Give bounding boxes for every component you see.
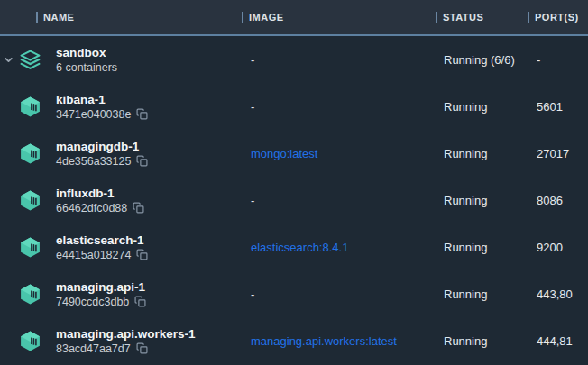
container-box-icon	[18, 95, 41, 118]
ports-cell: 444,81	[528, 334, 588, 348]
container-box-icon	[18, 188, 41, 212]
status-text: Running (6/6)	[444, 53, 515, 67]
image-value: -	[251, 100, 254, 114]
table-row[interactable]: managing.api-1 7490ccdc3dbb - Running 44…	[0, 270, 588, 317]
ports-cell: 443,80	[528, 287, 588, 301]
status-cell: Running	[436, 194, 528, 207]
chevron-down-icon[interactable]	[3, 54, 14, 65]
status-text: Running	[444, 241, 487, 254]
name-cell: managingdb-1 4de356a33125	[0, 139, 242, 169]
status-cell: Running	[436, 147, 528, 160]
table-row[interactable]: kibana-1 3471e040038e - Running 5601	[0, 83, 588, 130]
ports-cell: -	[528, 53, 588, 67]
group-subtext: 6 containers	[56, 60, 117, 75]
image-link[interactable]: managing.api.workers:latest	[251, 334, 397, 348]
column-label: STATUS	[443, 12, 483, 23]
table-row[interactable]: sandbox 6 containers - Running (6/6) -	[0, 36, 588, 83]
copy-icon[interactable]	[136, 108, 148, 120]
column-divider	[528, 12, 529, 23]
image-link[interactable]: mongo:latest	[251, 147, 317, 160]
name-cell: elasticsearch-1 e4415a018274	[0, 233, 242, 262]
ports-text: 5601	[537, 100, 563, 114]
image-cell: managing.api.workers:latest	[242, 334, 436, 348]
container-name: managing.api.workers-1	[56, 326, 196, 342]
container-box-icon	[18, 329, 41, 352]
ports-cell: 5601	[528, 100, 588, 114]
column-header-status[interactable]: STATUS	[436, 12, 528, 23]
container-id: e4415a018274	[56, 248, 131, 262]
container-box-icon	[18, 235, 41, 259]
container-id: 66462dfc0d88	[56, 201, 127, 215]
container-name: elasticsearch-1	[56, 233, 148, 248]
ports-text: 8086	[537, 194, 563, 207]
name-cell: sandbox 6 containers	[0, 45, 242, 75]
copy-icon[interactable]	[133, 202, 144, 214]
containers-table: NAME IMAGE STATUS PORT(S)	[0, 0, 588, 365]
table-row[interactable]: elasticsearch-1 e4415a018274 elasticsear…	[0, 224, 588, 270]
ports-cell: 9200	[528, 241, 588, 254]
table-row[interactable]: managing.api.workers-1 83acd47aa7d7 mana…	[0, 317, 588, 364]
column-label: NAME	[43, 12, 74, 23]
image-value: -	[251, 194, 254, 207]
status-cell: Running	[436, 241, 528, 254]
status-cell: Running	[436, 100, 528, 114]
status-cell: Running (6/6)	[436, 53, 528, 67]
stack-layers-icon	[18, 48, 41, 71]
name-cell: influxdb-1 66462dfc0d88	[0, 186, 242, 215]
column-label: IMAGE	[249, 12, 284, 23]
name-cell: managing.api-1 7490ccdc3dbb	[0, 279, 242, 309]
image-cell: -	[242, 100, 436, 114]
status-cell: Running	[436, 334, 528, 348]
ports-cell: 8086	[528, 194, 588, 207]
image-value: -	[251, 287, 254, 301]
image-value: -	[251, 53, 254, 67]
ports-text: 27017	[537, 147, 569, 160]
container-id: 4de356a33125	[56, 154, 131, 169]
status-text: Running	[444, 287, 487, 301]
container-name: influxdb-1	[56, 186, 144, 201]
status-text: Running	[444, 334, 487, 348]
name-cell: managing.api.workers-1 83acd47aa7d7	[0, 326, 242, 356]
container-name: managingdb-1	[56, 139, 148, 154]
image-cell: -	[242, 287, 436, 301]
column-header-name[interactable]: NAME	[0, 12, 242, 23]
image-link[interactable]: elasticsearch:8.4.1	[251, 241, 348, 254]
group-name: sandbox	[56, 45, 117, 60]
container-id: 83acd47aa7d7	[56, 342, 131, 356]
ports-text: -	[537, 53, 540, 67]
column-header-ports[interactable]: PORT(S)	[528, 12, 588, 23]
name-cell: kibana-1 3471e040038e	[0, 92, 242, 122]
container-name: kibana-1	[56, 92, 148, 107]
copy-icon[interactable]	[136, 155, 148, 167]
ports-cell: 27017	[528, 147, 588, 160]
container-id: 7490ccdc3dbb	[56, 295, 129, 309]
image-cell: mongo:latest	[242, 147, 436, 160]
table-header: NAME IMAGE STATUS PORT(S)	[0, 0, 588, 36]
image-cell: -	[242, 53, 436, 67]
status-cell: Running	[436, 287, 528, 301]
image-cell: elasticsearch:8.4.1	[242, 241, 436, 254]
column-divider	[36, 12, 38, 23]
ports-text: 444,81	[537, 334, 573, 348]
copy-icon[interactable]	[134, 296, 146, 307]
container-box-icon	[18, 141, 41, 165]
copy-icon[interactable]	[136, 342, 148, 354]
copy-icon[interactable]	[136, 249, 148, 260]
container-name: managing.api-1	[56, 279, 146, 295]
column-divider	[242, 12, 243, 23]
container-id: 3471e040038e	[56, 107, 131, 122]
table-row[interactable]: influxdb-1 66462dfc0d88 - Running 8086	[0, 177, 588, 224]
column-label: PORT(S)	[535, 12, 579, 23]
container-box-icon	[18, 282, 41, 306]
status-text: Running	[444, 147, 487, 160]
ports-text: 443,80	[537, 287, 573, 301]
status-text: Running	[444, 194, 487, 207]
column-header-image[interactable]: IMAGE	[242, 12, 436, 23]
image-cell: -	[242, 194, 436, 207]
status-text: Running	[444, 100, 487, 114]
table-row[interactable]: managingdb-1 4de356a33125 mongo:latest R…	[0, 130, 588, 177]
ports-text: 9200	[537, 241, 563, 254]
column-divider	[436, 12, 437, 23]
